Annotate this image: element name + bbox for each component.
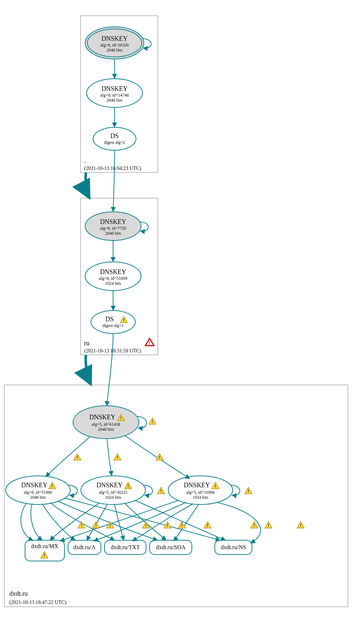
svg-text:!: ! [120, 415, 122, 421]
warning-icon: ! [156, 454, 163, 460]
node-dxdt-dnskey-30225: DNSKEY alg=5, id=30225 1024 bits [81, 476, 145, 504]
svg-text:2048 bits: 2048 bits [107, 48, 123, 53]
warning-icon: ! [245, 487, 252, 494]
edge-61438-51960 [46, 436, 90, 477]
svg-text:!: ! [268, 523, 269, 528]
svg-text:alg=8, id=7729: alg=8, id=7729 [100, 226, 126, 231]
svg-text:!: ! [181, 523, 183, 528]
svg-text:!: ! [149, 340, 150, 346]
svg-text:alg=8, id=51699: alg=8, id=51699 [99, 276, 127, 281]
node-rr-ns: dxdt.ru/NS [215, 540, 252, 555]
node-ru-ds: DS digest alg=1 [91, 311, 135, 333]
zone-label-root: . [84, 157, 86, 164]
zone-label-ru: ru [84, 340, 89, 347]
svg-text:!: ! [207, 523, 208, 528]
edge-61438-30225 [107, 439, 112, 475]
dnssec-graph: . (2021-10-13 16:04:23 UTC) ru (2021-10-… [0, 0, 354, 644]
warning-icon: ! [204, 522, 211, 528]
svg-text:DNSKEY: DNSKEY [101, 35, 127, 42]
svg-text:!: ! [159, 455, 160, 460]
svg-text:DS: DS [110, 132, 118, 140]
warning-icon: ! [251, 522, 258, 528]
svg-text:!: ! [81, 523, 82, 528]
svg-text:!: ! [95, 523, 97, 528]
svg-text:DNSKEY: DNSKEY [100, 268, 126, 275]
node-ru-dnskey-51699: DNSKEY alg=8, id=51699 1024 bits [85, 262, 141, 291]
warning-icon: ! [74, 454, 81, 460]
svg-text:alg=8, id=20326: alg=8, id=20326 [100, 43, 129, 48]
svg-text:!: ! [215, 483, 216, 489]
svg-text:dxdt.ru/TXT: dxdt.ru/TXT [111, 544, 140, 550]
zone-ts-dxdt: (2021-10-13 18:47:22 UTC) [9, 600, 67, 605]
svg-text:digest alg=1: digest alg=1 [102, 323, 123, 328]
svg-text:dxdt.ru/MX: dxdt.ru/MX [31, 543, 58, 549]
edge-root-ds-to-ru-dnskey [113, 150, 115, 211]
node-dxdt-dnskey-51960: DNSKEY alg=8, id=51960 2048 bits [6, 476, 70, 504]
warning-icon: ! [92, 522, 100, 528]
edge-zone-root-to-ru [86, 172, 89, 198]
svg-text:!: ! [152, 419, 153, 424]
svg-text:digest alg=2: digest alg=2 [104, 140, 125, 145]
svg-text:!: ! [145, 523, 147, 528]
node-rr-soa: dxdt.ru/SOA [150, 540, 192, 555]
svg-text:!: ! [127, 483, 129, 489]
svg-text:!: ! [77, 455, 78, 460]
svg-text:!: ! [253, 523, 255, 528]
node-root-dnskey-14748: DNSKEY alg=8, id=14748 2048 bits [87, 79, 142, 107]
svg-text:!: ! [123, 317, 125, 323]
edge-ru-ds-to-dxdt-dnskey [107, 333, 113, 406]
edge-zone-ru-to-dxdt [86, 355, 91, 385]
svg-text:alg=5, id=30225: alg=5, id=30225 [99, 490, 127, 495]
node-rr-txt: dxdt.ru/TXT [105, 540, 146, 555]
svg-text:dxdt.ru/NS: dxdt.ru/NS [221, 544, 246, 550]
svg-text:!: ! [167, 523, 168, 528]
svg-text:!: ! [300, 523, 301, 528]
zone-ts-root: (2021-10-13 16:04:23 UTC) [84, 166, 141, 171]
svg-text:dxdt.ru/SOA: dxdt.ru/SOA [156, 544, 186, 550]
warning-icon: ! [297, 522, 304, 528]
svg-text:alg=5, id=61438: alg=5, id=61438 [92, 422, 120, 427]
svg-text:!: ! [52, 483, 53, 489]
warning-icon: ! [265, 522, 272, 528]
svg-text:!: ! [248, 488, 249, 494]
svg-text:dxdt.ru/A: dxdt.ru/A [73, 544, 96, 550]
svg-text:2048 bits: 2048 bits [107, 98, 123, 103]
svg-text:alg=8, id=14748: alg=8, id=14748 [100, 93, 129, 98]
svg-text:DS: DS [105, 316, 113, 323]
svg-text:alg=5, id=31896: alg=5, id=31896 [186, 490, 215, 495]
svg-text:!: ! [117, 455, 118, 460]
warning-icon: ! [157, 487, 165, 494]
svg-text:!: ! [44, 553, 45, 558]
svg-text:DNSKEY: DNSKEY [101, 85, 127, 92]
node-root-dnskey-20326: DNSKEY alg=8, id=20326 2048 bits [85, 27, 144, 59]
node-root-ds: DS digest alg=2 [93, 127, 136, 150]
svg-text:1024 bits: 1024 bits [105, 281, 121, 286]
svg-text:2048 bits: 2048 bits [98, 427, 114, 432]
node-dxdt-dnskey-61438: DNSKEY alg=5, id=61438 2048 bits [73, 406, 139, 439]
svg-text:DNSKEY: DNSKEY [89, 414, 115, 421]
svg-text:DNSKEY: DNSKEY [21, 482, 47, 489]
svg-text:!: ! [160, 488, 162, 494]
node-rr-a: dxdt.ru/A [68, 540, 101, 555]
warning-icon: ! [78, 522, 85, 528]
zone-label-dxdt: dxdt.ru [9, 590, 28, 597]
svg-text:DNSKEY: DNSKEY [100, 218, 126, 225]
svg-text:2048 bits: 2048 bits [105, 231, 121, 236]
warning-icon: ! [149, 418, 156, 424]
svg-text:1024 bits: 1024 bits [193, 495, 209, 500]
svg-text:DNSKEY: DNSKEY [184, 482, 210, 489]
svg-text:1024 bits: 1024 bits [105, 495, 121, 500]
svg-text:alg=8, id=51960: alg=8, id=51960 [24, 490, 52, 495]
svg-text:2048 bits: 2048 bits [30, 495, 46, 500]
error-icon: ! [145, 338, 154, 346]
warning-icon: ! [114, 454, 121, 460]
node-ru-dnskey-7729: DNSKEY alg=8, id=7729 2048 bits [85, 212, 141, 240]
svg-text:DNSKEY: DNSKEY [96, 482, 122, 489]
svg-text:!: ! [110, 523, 111, 528]
